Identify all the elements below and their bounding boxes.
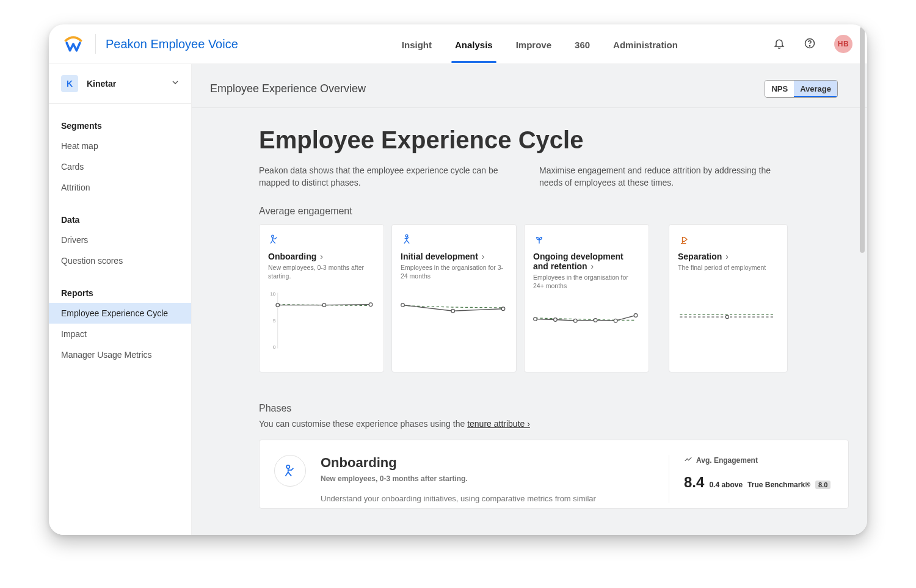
avg-engagement-label: Average engagement	[192, 189, 867, 224]
svg-point-21	[286, 465, 289, 468]
topbar-actions: HB	[773, 35, 852, 53]
bell-icon[interactable]	[773, 37, 787, 51]
phase-icon	[401, 233, 507, 248]
app-window: Peakon Employee Voice InsightAnalysisImp…	[49, 24, 867, 535]
org-badge: K	[61, 75, 78, 92]
phase-icon	[268, 233, 375, 248]
svg-point-2	[272, 235, 274, 238]
org-name: Kinetar	[87, 79, 116, 89]
scrollbar-thumb[interactable]	[860, 27, 865, 253]
svg-point-14	[534, 318, 537, 321]
card-subtitle: The final period of employment	[678, 264, 779, 280]
scrollbar[interactable]	[860, 27, 865, 532]
engagement-sparkline	[678, 283, 779, 357]
card-subtitle: Employees in the organisation for 24+ mo…	[533, 274, 640, 290]
sidebar: K Kinetar SegmentsHeat mapCardsAttrition…	[49, 64, 192, 535]
content-fade	[192, 523, 867, 535]
sidebar-item-attrition[interactable]: Attrition	[49, 177, 191, 198]
phase-sub: New employees, 0-3 months after starting…	[321, 474, 654, 483]
phase-title: Onboarding	[321, 455, 654, 471]
chevron-down-icon	[170, 78, 180, 90]
metric-delta: 0.4 above	[709, 481, 743, 489]
hero: Employee Experience Cycle Peakon data sh…	[192, 108, 867, 189]
svg-point-15	[554, 318, 558, 322]
hero-title: Employee Experience Cycle	[259, 126, 849, 154]
phase-card-onboarding: Onboarding New employees, 0-3 months aft…	[259, 440, 849, 509]
svg-point-9	[369, 303, 373, 307]
metric-bench-label: True Benchmark®	[747, 481, 810, 489]
help-icon[interactable]	[804, 37, 817, 51]
page-title: Employee Experience Overview	[210, 82, 366, 95]
nav-insight[interactable]: Insight	[402, 27, 432, 61]
sidebar-item-cards[interactable]: Cards	[49, 156, 191, 177]
phases-heading: Phases	[259, 403, 849, 414]
page-header: Employee Experience Overview NPSAverage	[192, 64, 867, 108]
svg-point-16	[574, 319, 578, 323]
phases-section: Phases You can customise these experienc…	[192, 372, 867, 429]
phase-card-ongoing-development-and-retention[interactable]: Ongoing development and retention › Empl…	[524, 224, 649, 372]
sidebar-item-manager-usage-metrics[interactable]: Manager Usage Metrics	[49, 344, 191, 365]
topbar: Peakon Employee Voice InsightAnalysisImp…	[49, 24, 867, 64]
org-picker[interactable]: K Kinetar	[49, 64, 191, 104]
tenure-attribute-link[interactable]: tenure attribute ›	[467, 419, 530, 429]
phase-card-onboarding[interactable]: Onboarding › New employees, 0-3 months a…	[259, 224, 384, 372]
sidebar-item-heat-map[interactable]: Heat map	[49, 136, 191, 156]
svg-text:10: 10	[271, 291, 276, 297]
hero-paragraph-1: Peakon data shows that the employee expe…	[259, 165, 510, 189]
toggle-nps[interactable]: NPS	[765, 81, 794, 97]
onboarding-icon	[274, 455, 306, 487]
phase-icon	[678, 233, 779, 248]
svg-point-11	[401, 303, 405, 307]
hero-paragraph-2: Maximise engagement and reduce attrition…	[539, 165, 790, 189]
svg-text:0: 0	[273, 345, 276, 350]
engagement-sparkline	[533, 294, 640, 367]
brand: Peakon Employee Voice	[59, 32, 238, 56]
svg-point-17	[594, 319, 597, 322]
workday-logo-icon	[61, 32, 85, 56]
nav-analysis[interactable]: Analysis	[455, 27, 493, 61]
svg-point-12	[451, 310, 455, 313]
metric-bench-value: 8.0	[815, 481, 831, 489]
product-name: Peakon Employee Voice	[106, 37, 238, 51]
card-title: Initial development ›	[401, 252, 507, 261]
sidebar-item-impact[interactable]: Impact	[49, 324, 191, 344]
engagement-cards-row: Onboarding › New employees, 0-3 months a…	[192, 224, 867, 372]
user-avatar[interactable]: HB	[834, 35, 852, 53]
metric-score: 8.4	[684, 474, 704, 491]
svg-point-19	[634, 314, 638, 318]
phase-desc: Understand your onboarding initiatives, …	[321, 494, 654, 503]
nav-360[interactable]: 360	[575, 27, 590, 61]
svg-text:5: 5	[273, 318, 276, 324]
sidebar-item-employee-experience-cycle[interactable]: Employee Experience Cycle	[49, 303, 191, 324]
phases-description: You can customise these experience phase…	[259, 419, 849, 429]
svg-point-1	[809, 46, 810, 46]
sidebar-heading-segments: Segments	[49, 116, 191, 136]
card-subtitle: New employees, 0-3 months after starting…	[268, 264, 375, 280]
svg-point-8	[322, 303, 326, 307]
nav-improve[interactable]: Improve	[516, 27, 551, 61]
phase-metric: Avg. Engagement 8.4 0.4 above True Bench…	[669, 455, 834, 503]
sidebar-item-drivers[interactable]: Drivers	[49, 230, 191, 250]
svg-point-10	[405, 235, 408, 238]
engagement-sparkline: 0510	[268, 284, 375, 357]
card-title: Onboarding ›	[268, 252, 375, 261]
toggle-average[interactable]: Average	[794, 81, 837, 97]
sidebar-heading-reports: Reports	[49, 283, 191, 303]
svg-point-18	[614, 319, 617, 323]
sidebar-heading-data: Data	[49, 210, 191, 230]
main-content: Employee Experience Overview NPSAverage …	[192, 64, 867, 535]
nav-administration[interactable]: Administration	[613, 27, 678, 61]
metric-label: Avg. Engagement	[696, 456, 758, 465]
svg-point-20	[725, 316, 729, 319]
sidebar-item-question-scores[interactable]: Question scores	[49, 250, 191, 271]
svg-point-7	[276, 303, 280, 307]
trend-icon	[684, 455, 692, 465]
phase-icon	[533, 233, 640, 248]
phase-card-initial-development[interactable]: Initial development › Employees in the o…	[391, 224, 517, 372]
card-title: Ongoing development and retention ›	[533, 252, 640, 271]
phase-card-separation[interactable]: Separation › The final period of employm…	[669, 224, 788, 372]
svg-point-13	[501, 307, 505, 311]
engagement-sparkline	[401, 284, 507, 357]
score-mode-toggle: NPSAverage	[765, 80, 838, 98]
card-title: Separation ›	[678, 252, 779, 261]
